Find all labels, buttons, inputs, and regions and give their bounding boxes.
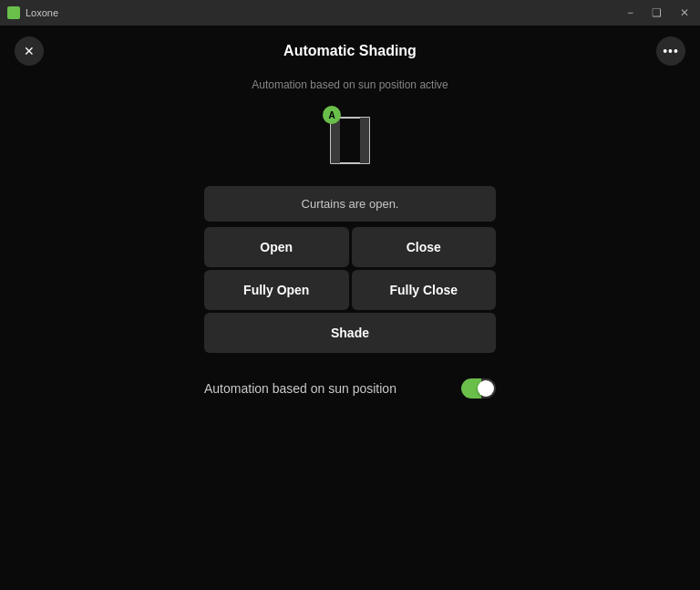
titlebar-close-button[interactable]: ✕ [676, 5, 693, 20]
titlebar-app-name: Loxone [26, 7, 58, 18]
svg-rect-3 [360, 118, 369, 163]
svg-rect-0 [9, 8, 18, 17]
open-button[interactable]: Open [204, 227, 349, 267]
curtain-icon [330, 117, 370, 164]
fully-open-button[interactable]: Fully Open [204, 270, 349, 310]
controls-area: Curtains are open. Open Close Fully Open… [204, 186, 496, 353]
close-button-main[interactable]: Close [352, 227, 497, 267]
more-options-button[interactable]: ••• [656, 36, 685, 66]
shade-button[interactable]: Shade [204, 313, 496, 353]
page-title: Automatic Shading [283, 43, 417, 59]
titlebar-left: Loxone [7, 6, 58, 19]
subtitle-text: Automation based on sun position active [252, 78, 448, 91]
fully-close-button[interactable]: Fully Close [352, 270, 497, 310]
minimize-button[interactable]: − [623, 5, 637, 20]
automation-label: Automation based on sun position [204, 381, 396, 396]
open-close-row: Open Close [204, 227, 496, 267]
status-text: Curtains are open. [302, 197, 399, 211]
main-container: ✕ Automatic Shading ••• Automation based… [0, 26, 700, 590]
toggle-thumb [478, 380, 494, 397]
top-bar: ✕ Automatic Shading ••• [0, 26, 700, 77]
svg-rect-2 [331, 118, 340, 163]
status-bar: Curtains are open. [204, 186, 496, 222]
curtain-icon-container: A [323, 109, 377, 164]
fully-row: Fully Open Fully Close [204, 270, 496, 310]
automation-toggle[interactable] [461, 378, 496, 399]
automation-badge: A [323, 106, 341, 124]
close-button[interactable]: ✕ [15, 36, 44, 66]
titlebar: Loxone − ❑ ✕ [0, 0, 700, 26]
titlebar-controls: − ❑ ✕ [623, 5, 693, 20]
shade-row: Shade [204, 313, 496, 353]
app-icon [7, 6, 20, 19]
automation-row: Automation based on sun position [204, 378, 496, 399]
maximize-button[interactable]: ❑ [648, 5, 665, 20]
